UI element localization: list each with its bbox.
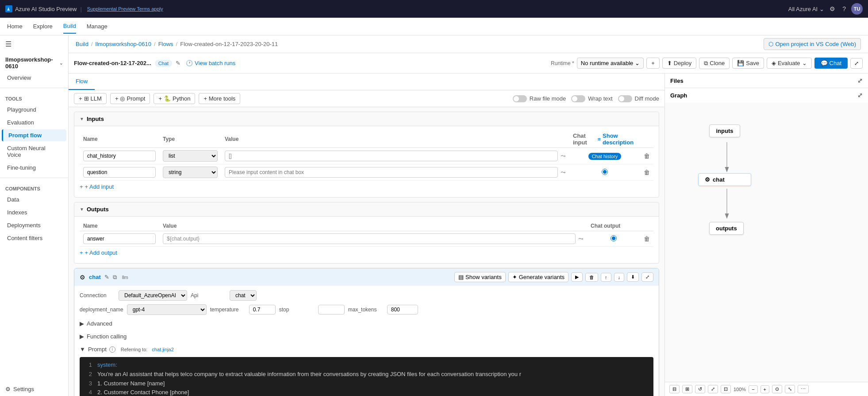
question-delete-icon[interactable]: 🗑 [644,169,650,176]
sidebar-item-deployments[interactable]: Deployments [2,219,66,231]
question-value-input[interactable] [225,167,558,178]
answer-chat-output-radio[interactable] [611,235,617,241]
view-batch-btn[interactable]: 🕐 View batch runs [186,60,235,66]
deploy-btn[interactable]: ⬆ Deploy [662,58,696,69]
python-btn[interactable]: + 🐍 Python [154,93,195,104]
files-expand-icon[interactable]: ⤢ [857,77,863,84]
graph-tool-3[interactable]: ↺ [695,385,705,393]
stop-input[interactable] [318,305,345,314]
edit-flow-icon[interactable]: ✎ [176,60,181,66]
generate-variants-btn[interactable]: ✦ Generate variants [508,272,568,282]
chat-history-type-select[interactable]: list [163,150,218,162]
graph-tool-2[interactable]: ⊞ [682,385,692,393]
graph-node-inputs[interactable]: inputs [709,124,740,137]
prompt-toggle[interactable]: ▼ Prompt i Referring to: chat.jinja2 [80,344,653,354]
chat-history-delete-icon[interactable]: 🗑 [644,152,650,159]
show-variants-btn[interactable]: ▤ Show variants [454,272,506,282]
answer-arrow-icon[interactable]: ⤳ [578,235,584,242]
workspace-selector[interactable]: llmopsworkshop-0610 ⌄ [0,53,68,71]
question-chat-input-radio[interactable] [602,169,608,175]
move-down-btn[interactable]: ↓ [614,273,625,282]
wrap-text-toggle[interactable] [571,95,585,102]
chat-btn[interactable]: 💬 Chat [814,58,848,69]
add-runtime-btn[interactable]: + [646,58,660,69]
clone-btn[interactable]: ⧉ Clone [699,58,730,69]
graph-expand2-btn[interactable]: ⤡ [785,385,795,393]
question-name-input[interactable] [83,167,156,178]
prompt-code-area[interactable]: 1 system: 2 You're an AI assistant that … [80,357,653,396]
sidebar-item-prompt-flow[interactable]: Prompt flow [2,129,66,141]
all-azure-dropdown[interactable]: All Azure AI ⌄ [788,6,824,12]
sidebar-item-playground[interactable]: Playground [2,104,66,116]
runtime-select[interactable]: No runtime available ⌄ [577,58,644,69]
graph-node-chat[interactable]: ⚙ chat [698,173,751,186]
breadcrumb-workspace[interactable]: llmopsworkshop-0610 [96,41,151,47]
expand-node-btn[interactable]: ⤢ [641,272,653,282]
breadcrumb-flows[interactable]: Flows [158,41,173,47]
sidebar-item-content-filters[interactable]: Content filters [2,232,66,244]
chat-node-copy-icon[interactable]: ⧉ [113,274,117,281]
avatar[interactable]: TU [851,3,863,15]
graph-expand-icon[interactable]: ⤢ [857,92,863,99]
chat-history-value-input[interactable] [225,151,558,161]
function-calling-toggle[interactable]: ▶ Function calling [80,331,653,342]
run-node-btn[interactable]: ▶ [571,272,583,282]
add-output-btn[interactable]: + + Add output [80,247,117,259]
expand-btn[interactable]: ⤢ [850,58,863,69]
nav-home[interactable]: Home [7,19,23,33]
save-btn[interactable]: 💾 Save [732,58,764,69]
graph-tool-1[interactable]: ⊟ [669,385,680,393]
sidebar-toggle[interactable]: ☰ [0,35,68,53]
tab-flow[interactable]: Flow [69,74,95,90]
deployment-select[interactable]: gpt-4 [127,304,207,315]
evaluate-btn[interactable]: ◈ Evaluate ⌄ [767,58,812,69]
sidebar-item-custom-neural-voice[interactable]: Custom Neural Voice [2,142,66,161]
inputs-section-header[interactable]: ▼ Inputs [74,112,659,126]
show-description-btn[interactable]: ≡ Show description [597,132,637,146]
graph-more-btn[interactable]: ⋯ [798,385,809,393]
sidebar-item-data[interactable]: Data [2,194,66,206]
graph-tool-5[interactable]: ⊡ [721,385,731,393]
graph-fit-btn[interactable]: ⊙ [772,385,782,393]
raw-file-toggle[interactable] [513,95,527,102]
temperature-input[interactable] [249,305,276,314]
chat-history-name-input[interactable] [83,151,156,161]
nav-manage[interactable]: Manage [87,19,108,33]
outputs-section-header[interactable]: ▼ Outputs [74,202,659,217]
answer-delete-icon[interactable]: 🗑 [644,235,650,242]
chat-history-arrow-icon[interactable]: ⤳ [561,152,566,159]
open-vscode-button[interactable]: ⬡ Open project in VS Code (Web) [764,38,861,50]
answer-value-input[interactable] [163,233,576,244]
move-up-btn[interactable]: ↑ [601,273,611,282]
sidebar-item-overview[interactable]: Overview [2,72,66,84]
nav-build[interactable]: Build [63,19,76,34]
question-type-select[interactable]: string [163,167,218,178]
max-tokens-input[interactable] [387,305,418,314]
add-input-btn[interactable]: + + Add input [80,181,114,193]
api-select[interactable]: chat [230,290,257,301]
llm-btn[interactable]: + ⊞ LLM [74,93,107,104]
diff-mode-toggle[interactable] [618,95,632,102]
settings-icon-btn[interactable]: ⚙ [828,4,837,14]
sidebar-item-evaluation[interactable]: Evaluation [2,116,66,128]
graph-tool-4[interactable]: ⤢ [708,385,718,393]
more-tools-btn[interactable]: + More tools [199,93,240,104]
chat-node-edit-icon[interactable]: ✎ [104,274,109,280]
question-arrow-icon[interactable]: ⤳ [561,169,566,176]
sidebar-item-fine-tuning[interactable]: Fine-tuning [2,162,66,174]
advanced-toggle[interactable]: ▶ Advanced [80,318,653,329]
prompt-info-icon[interactable]: i [109,346,115,353]
download-btn[interactable]: ⬇ [627,272,639,282]
answer-name-input[interactable] [83,233,156,244]
zoom-out-btn[interactable]: − [749,385,757,393]
nav-explore[interactable]: Explore [33,19,53,33]
settings-link[interactable]: ⚙ Settings [0,382,68,396]
graph-node-outputs[interactable]: outputs [709,222,744,235]
connection-select[interactable]: Default_AzureOpenAI [119,290,187,301]
prompt-btn[interactable]: + ◎ Prompt [110,93,150,104]
help-icon-btn[interactable]: ? [841,4,848,14]
delete-node-btn[interactable]: 🗑 [585,273,598,282]
sidebar-item-indexes[interactable]: Indexes [2,206,66,218]
zoom-in-btn[interactable]: + [760,385,769,393]
prompt-ref[interactable]: chat.jinja2 [152,347,174,352]
